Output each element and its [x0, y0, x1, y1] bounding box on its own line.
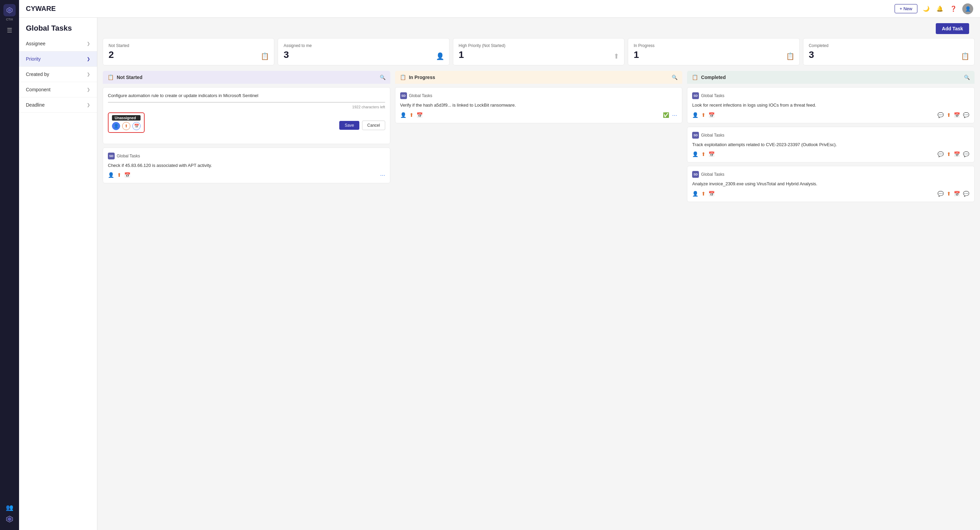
hamburger-icon[interactable]: ☰ — [7, 27, 12, 34]
status-card-label: Not Started — [108, 43, 269, 48]
kanban-board: 📋 Not Started 🔍 Configure automation rul… — [103, 71, 975, 202]
add-task-button[interactable]: Add Task — [936, 23, 969, 34]
assignee-footer-icon[interactable]: 👤 — [108, 172, 115, 178]
col-body-in-progress: SD Global Tasks Verify if the hash a5d3f… — [395, 87, 682, 123]
task-footer: 👤 ⬆ 📅 💬 ⬆ 📅 💬 — [692, 151, 969, 157]
assignee-icon[interactable]: 👤 — [112, 122, 120, 130]
status-card-high-priority[interactable]: High Priority (Not Started) 1 ⬆ — [453, 38, 624, 65]
task-source-label: Global Tasks — [409, 93, 432, 98]
status-card-assigned-to-me[interactable]: Assigned to me 3 👤 — [278, 38, 449, 65]
calendar-footer-icon[interactable]: 📅 — [708, 112, 715, 118]
completed-chat-icon[interactable]: 💬 — [963, 151, 969, 157]
calendar-footer-icon[interactable]: 📅 — [708, 151, 715, 157]
task-source-label: Global Tasks — [701, 93, 724, 98]
filter-item-created_by[interactable]: Created by❯ — [19, 67, 97, 82]
priority-footer-icon[interactable]: ⬆ — [409, 112, 414, 118]
notifications-icon[interactable]: 🔔 — [935, 4, 945, 14]
help-icon[interactable]: ❓ — [949, 4, 958, 14]
calendar-footer-icon[interactable]: 📅 — [124, 172, 130, 178]
complete-icon[interactable]: ✅ — [663, 112, 669, 118]
more-options-icon[interactable]: ⋯ — [380, 172, 385, 178]
user-avatar[interactable]: 👤 — [962, 3, 973, 14]
filter-item-assignee[interactable]: Assignee❯ — [19, 36, 97, 51]
cyware-bottom-icon[interactable] — [6, 516, 13, 525]
priority-footer-icon[interactable]: ⬆ — [701, 191, 706, 197]
completed-priority-icon: ⬆ — [947, 191, 951, 197]
calendar-icon[interactable]: 📅 — [132, 122, 140, 130]
svg-marker-3 — [8, 517, 11, 521]
task-footer: 👤 ⬆ 📅 💬 ⬆ 📅 💬 — [692, 112, 969, 118]
task-footer: 👤 ⬆ 📅 ✅ ⋯ — [400, 112, 678, 118]
task-body: Track exploitation attempts related to C… — [692, 141, 969, 148]
calendar-footer-icon[interactable]: 📅 — [708, 191, 715, 197]
app-logo-icon[interactable] — [3, 4, 16, 16]
col-header-icon: 📋 — [108, 74, 114, 80]
col-search-icon[interactable]: 🔍 — [380, 75, 385, 80]
task-card-task-2: SD Global Tasks Check if 45.83.66.120 is… — [103, 147, 390, 184]
sidebar-bottom: 👥 — [6, 504, 13, 525]
kanban-col-completed: 📋 Completed 🔍 SD Global Tasks Look for r… — [687, 71, 975, 202]
chat-icon[interactable]: 💬 — [937, 191, 944, 197]
filter-label: Deadline — [26, 102, 45, 108]
status-card-in-progress[interactable]: In Progress 1 📋 — [628, 38, 799, 65]
status-card-label: In Progress — [633, 43, 794, 48]
unassigned-box: Unassigned 👤 ⬆ 📅 — [108, 112, 145, 133]
filter-item-priority[interactable]: Priority❯ — [19, 51, 97, 67]
save-button[interactable]: Save — [339, 121, 360, 130]
inline-edit-area: Configure automation rule to create or u… — [108, 92, 385, 109]
kanban-col-not-started: 📋 Not Started 🔍 Configure automation rul… — [103, 71, 390, 202]
status-card-icon: 👤 — [436, 52, 444, 60]
unassigned-label: Unassigned — [112, 115, 140, 121]
col-header-label: Not Started — [117, 75, 142, 80]
page-title-area: Global Tasks — [19, 18, 97, 36]
task-meta: SD Global Tasks — [400, 92, 678, 99]
status-card-count: 3 — [283, 49, 443, 60]
status-card-count: 1 — [633, 49, 794, 60]
status-card-not-started[interactable]: Not Started 2 📋 — [103, 38, 274, 65]
task-meta: SD Global Tasks — [692, 132, 969, 139]
progress-bar — [108, 102, 385, 103]
completed-chat-icon[interactable]: 💬 — [963, 191, 969, 197]
filter-item-component[interactable]: Component❯ — [19, 82, 97, 97]
priority-icon[interactable]: ⬆ — [122, 122, 130, 130]
theme-toggle-icon[interactable]: 🌙 — [921, 4, 931, 14]
filter-item-deadline[interactable]: Deadline❯ — [19, 97, 97, 113]
task-card-task-1: Configure automation rule to create or u… — [103, 87, 390, 144]
task-source-avatar: SD — [692, 132, 699, 139]
filter-label: Assignee — [26, 41, 46, 46]
page: Global Tasks Assignee❯Priority❯Created b… — [19, 18, 980, 530]
col-search-icon[interactable]: 🔍 — [964, 75, 970, 80]
status-bar: Not Started 2 📋 Assigned to me 3 👤 High … — [103, 38, 975, 65]
assignee-footer-icon[interactable]: 👤 — [400, 112, 407, 118]
task-body: Check if 45.83.66.120 is associated with… — [108, 162, 385, 169]
assignee-footer-icon[interactable]: 👤 — [692, 151, 698, 157]
users-icon[interactable]: 👥 — [6, 504, 13, 511]
chevron-right-icon: ❯ — [87, 102, 90, 107]
board-header: Add Task — [103, 23, 975, 34]
chat-icon[interactable]: 💬 — [937, 151, 944, 157]
priority-footer-icon[interactable]: ⬆ — [117, 172, 121, 178]
task-meta: SD Global Tasks — [108, 153, 385, 160]
priority-footer-icon[interactable]: ⬆ — [701, 151, 706, 157]
assignee-footer-icon[interactable]: 👤 — [692, 191, 698, 197]
completed-calendar-icon: 📅 — [954, 151, 960, 157]
task-body: Verify if the hash a5d3f9... is linked t… — [400, 102, 678, 109]
cancel-button[interactable]: Cancel — [362, 121, 385, 130]
completed-chat-icon[interactable]: 💬 — [963, 112, 969, 118]
col-search-icon[interactable]: 🔍 — [672, 75, 678, 80]
task-source-avatar: SD — [692, 92, 699, 99]
completed-priority-icon: ⬆ — [947, 112, 951, 118]
status-card-label: Assigned to me — [283, 43, 443, 48]
task-source-label: Global Tasks — [117, 153, 140, 158]
app-sub-label: CTIX — [6, 18, 13, 21]
new-button[interactable]: + New — [894, 4, 917, 13]
task-card-task-5: SD Global Tasks Track exploitation attem… — [687, 127, 975, 163]
status-card-completed[interactable]: Completed 3 📋 — [803, 38, 975, 65]
assignee-footer-icon[interactable]: 👤 — [692, 112, 698, 118]
calendar-footer-icon[interactable]: 📅 — [417, 112, 423, 118]
more-options-icon[interactable]: ⋯ — [672, 112, 677, 118]
chat-icon[interactable]: 💬 — [937, 112, 944, 118]
priority-footer-icon[interactable]: ⬆ — [701, 112, 706, 118]
page-title: Global Tasks — [26, 24, 90, 33]
task-footer: 👤 ⬆ 📅 ⋯ — [108, 172, 385, 178]
